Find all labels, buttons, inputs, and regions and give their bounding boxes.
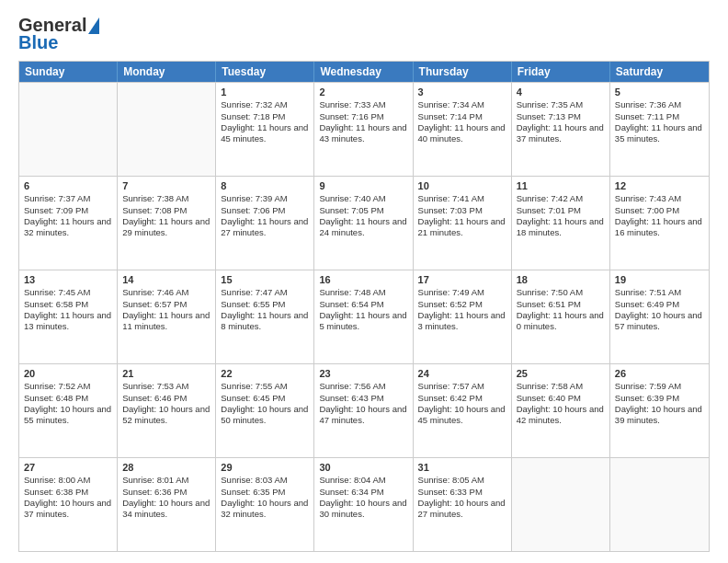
day-number: 1 bbox=[221, 86, 309, 98]
cal-cell: 30Sunrise: 8:04 AMSunset: 6:34 PMDayligh… bbox=[314, 458, 413, 551]
daylight-text: Daylight: 11 hours and 24 minutes. bbox=[319, 216, 406, 237]
cal-cell: 12Sunrise: 7:43 AMSunset: 7:00 PMDayligh… bbox=[610, 177, 709, 270]
sunrise-text: Sunrise: 7:48 AM bbox=[319, 287, 385, 297]
daylight-text: Daylight: 10 hours and 39 minutes. bbox=[615, 404, 702, 425]
day-number: 31 bbox=[418, 461, 506, 474]
sunset-text: Sunset: 7:11 PM bbox=[615, 111, 679, 121]
day-header-saturday: Saturday bbox=[610, 62, 709, 82]
day-number: 8 bbox=[221, 179, 309, 192]
daylight-text: Daylight: 10 hours and 50 minutes. bbox=[221, 404, 308, 425]
sunset-text: Sunset: 6:35 PM bbox=[221, 487, 285, 497]
sunset-text: Sunset: 6:57 PM bbox=[122, 299, 187, 309]
sunrise-text: Sunrise: 7:55 AM bbox=[221, 381, 287, 391]
daylight-text: Daylight: 10 hours and 27 minutes. bbox=[418, 498, 506, 519]
day-number: 10 bbox=[418, 179, 506, 192]
cal-cell bbox=[610, 458, 709, 551]
daylight-text: Daylight: 11 hours and 27 minutes. bbox=[221, 216, 308, 237]
sunrise-text: Sunrise: 7:52 AM bbox=[24, 381, 90, 391]
sunrise-text: Sunrise: 7:51 AM bbox=[615, 287, 681, 297]
cal-cell: 27Sunrise: 8:00 AMSunset: 6:38 PMDayligh… bbox=[19, 458, 118, 551]
cal-cell: 9Sunrise: 7:40 AMSunset: 7:05 PMDaylight… bbox=[314, 177, 413, 270]
sunset-text: Sunset: 6:33 PM bbox=[418, 487, 483, 497]
cal-cell: 15Sunrise: 7:47 AMSunset: 6:55 PMDayligh… bbox=[216, 270, 314, 363]
cal-cell: 26Sunrise: 7:59 AMSunset: 6:39 PMDayligh… bbox=[610, 364, 709, 457]
day-number: 15 bbox=[221, 273, 309, 286]
cal-cell: 24Sunrise: 7:57 AMSunset: 6:42 PMDayligh… bbox=[414, 364, 512, 457]
week-row-5: 27Sunrise: 8:00 AMSunset: 6:38 PMDayligh… bbox=[19, 457, 709, 551]
daylight-text: Daylight: 11 hours and 43 minutes. bbox=[319, 122, 406, 144]
day-number: 5 bbox=[615, 86, 704, 98]
sunrise-text: Sunrise: 7:36 AM bbox=[615, 99, 681, 109]
week-row-2: 6Sunrise: 7:37 AMSunset: 7:09 PMDaylight… bbox=[19, 176, 709, 270]
daylight-text: Daylight: 11 hours and 45 minutes. bbox=[221, 122, 308, 144]
sunset-text: Sunset: 7:06 PM bbox=[221, 205, 285, 215]
sunset-text: Sunset: 6:46 PM bbox=[122, 393, 187, 403]
daylight-text: Daylight: 11 hours and 3 minutes. bbox=[418, 310, 506, 331]
week-row-4: 20Sunrise: 7:52 AMSunset: 6:48 PMDayligh… bbox=[19, 363, 709, 457]
daylight-text: Daylight: 11 hours and 35 minutes. bbox=[615, 122, 702, 144]
sunset-text: Sunset: 6:38 PM bbox=[24, 487, 88, 497]
sunrise-text: Sunrise: 7:37 AM bbox=[24, 193, 90, 203]
daylight-text: Daylight: 11 hours and 32 minutes. bbox=[24, 216, 111, 237]
sunrise-text: Sunrise: 7:41 AM bbox=[418, 193, 484, 203]
sunrise-text: Sunrise: 7:53 AM bbox=[122, 381, 188, 391]
daylight-text: Daylight: 11 hours and 21 minutes. bbox=[418, 216, 506, 237]
week-row-1: 1Sunrise: 7:32 AMSunset: 7:18 PMDaylight… bbox=[19, 82, 709, 176]
cal-cell: 13Sunrise: 7:45 AMSunset: 6:58 PMDayligh… bbox=[19, 270, 118, 363]
cal-cell: 8Sunrise: 7:39 AMSunset: 7:06 PMDaylight… bbox=[216, 177, 314, 270]
cal-cell: 18Sunrise: 7:50 AMSunset: 6:51 PMDayligh… bbox=[512, 270, 610, 363]
day-number: 16 bbox=[319, 273, 407, 286]
sunrise-text: Sunrise: 7:58 AM bbox=[517, 381, 583, 391]
sunrise-text: Sunrise: 7:49 AM bbox=[418, 287, 484, 297]
daylight-text: Daylight: 11 hours and 37 minutes. bbox=[517, 122, 604, 144]
day-number: 23 bbox=[319, 367, 407, 380]
day-header-monday: Monday bbox=[118, 62, 216, 82]
daylight-text: Daylight: 10 hours and 47 minutes. bbox=[319, 404, 406, 425]
logo-blue: Blue bbox=[18, 32, 58, 53]
daylight-text: Daylight: 10 hours and 55 minutes. bbox=[24, 404, 111, 425]
day-number: 20 bbox=[24, 367, 112, 380]
logo-triangle-icon bbox=[88, 17, 99, 34]
daylight-text: Daylight: 10 hours and 30 minutes. bbox=[319, 498, 406, 519]
cal-cell: 20Sunrise: 7:52 AMSunset: 6:48 PMDayligh… bbox=[19, 364, 118, 457]
cal-cell: 11Sunrise: 7:42 AMSunset: 7:01 PMDayligh… bbox=[512, 177, 610, 270]
sunrise-text: Sunrise: 7:57 AM bbox=[418, 381, 484, 391]
daylight-text: Daylight: 10 hours and 45 minutes. bbox=[418, 404, 506, 425]
day-number: 19 bbox=[615, 273, 704, 286]
day-number: 22 bbox=[221, 367, 309, 380]
day-number: 7 bbox=[122, 179, 210, 192]
logo: General Blue bbox=[18, 15, 99, 53]
day-number: 25 bbox=[517, 367, 605, 380]
sunset-text: Sunset: 6:42 PM bbox=[418, 393, 483, 403]
cal-cell: 16Sunrise: 7:48 AMSunset: 6:54 PMDayligh… bbox=[314, 270, 413, 363]
sunrise-text: Sunrise: 7:43 AM bbox=[615, 193, 681, 203]
daylight-text: Daylight: 11 hours and 0 minutes. bbox=[517, 310, 604, 331]
sunset-text: Sunset: 6:43 PM bbox=[319, 393, 383, 403]
day-number: 17 bbox=[418, 273, 506, 286]
daylight-text: Daylight: 10 hours and 32 minutes. bbox=[221, 498, 308, 519]
day-number: 27 bbox=[24, 461, 112, 474]
cal-cell: 14Sunrise: 7:46 AMSunset: 6:57 PMDayligh… bbox=[118, 270, 216, 363]
cal-cell: 23Sunrise: 7:56 AMSunset: 6:43 PMDayligh… bbox=[314, 364, 413, 457]
day-number: 2 bbox=[319, 86, 407, 98]
sunset-text: Sunset: 6:48 PM bbox=[24, 393, 88, 403]
day-number: 14 bbox=[122, 273, 210, 286]
sunrise-text: Sunrise: 8:05 AM bbox=[418, 475, 484, 485]
sunset-text: Sunset: 6:58 PM bbox=[24, 299, 88, 309]
header: General Blue bbox=[18, 15, 710, 53]
sunrise-text: Sunrise: 7:38 AM bbox=[122, 193, 188, 203]
sunrise-text: Sunrise: 7:34 AM bbox=[418, 99, 484, 109]
daylight-text: Daylight: 11 hours and 13 minutes. bbox=[24, 310, 111, 331]
daylight-text: Daylight: 11 hours and 16 minutes. bbox=[615, 216, 702, 237]
daylight-text: Daylight: 10 hours and 34 minutes. bbox=[122, 498, 210, 519]
daylight-text: Daylight: 10 hours and 37 minutes. bbox=[24, 498, 111, 519]
cal-cell bbox=[512, 458, 610, 551]
cal-cell: 1Sunrise: 7:32 AMSunset: 7:18 PMDaylight… bbox=[216, 83, 314, 176]
sunrise-text: Sunrise: 7:40 AM bbox=[319, 193, 385, 203]
cal-cell: 21Sunrise: 7:53 AMSunset: 6:46 PMDayligh… bbox=[118, 364, 216, 457]
day-header-thursday: Thursday bbox=[414, 62, 512, 82]
daylight-text: Daylight: 11 hours and 40 minutes. bbox=[418, 122, 506, 144]
sunset-text: Sunset: 7:00 PM bbox=[615, 205, 679, 215]
sunrise-text: Sunrise: 7:42 AM bbox=[517, 193, 583, 203]
page: General Blue SundayMondayTuesdayWednesda… bbox=[0, 0, 728, 563]
